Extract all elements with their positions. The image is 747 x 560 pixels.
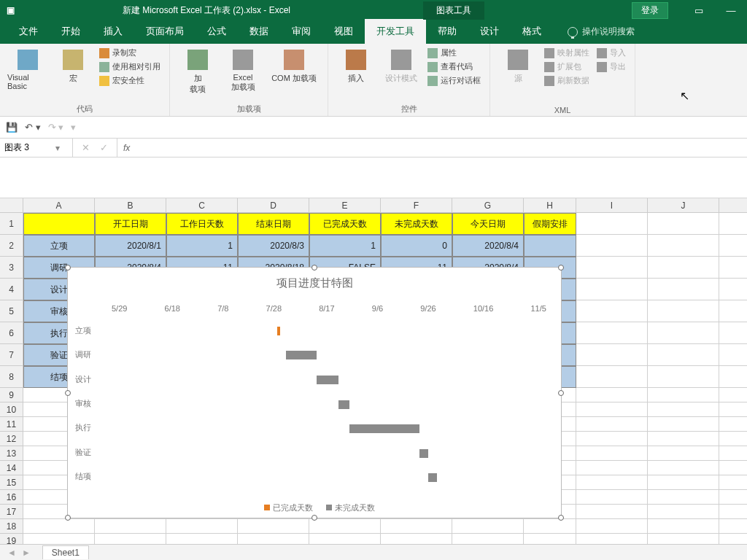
- cell[interactable]: [309, 534, 381, 544]
- chart-handle[interactable]: [558, 390, 564, 396]
- run-dialog-button[interactable]: 运行对话框: [426, 74, 482, 87]
- macro-security-button[interactable]: 宏安全性: [98, 74, 162, 87]
- chart-legend[interactable]: 已完成天数 未完成天数: [68, 502, 561, 513]
- row-header[interactable]: 10: [0, 402, 23, 417]
- cell[interactable]: [648, 461, 719, 475]
- cell[interactable]: [719, 490, 747, 505]
- cell[interactable]: [381, 534, 452, 544]
- row-header[interactable]: 11: [0, 417, 23, 432]
- col-header[interactable]: K: [719, 198, 747, 213]
- cell[interactable]: 未完成天数: [381, 213, 452, 235]
- chart-bar[interactable]: [317, 376, 338, 384]
- cell[interactable]: [648, 432, 719, 446]
- chart-handle[interactable]: [311, 515, 317, 521]
- cell[interactable]: [524, 235, 576, 257]
- cell[interactable]: [648, 344, 719, 366]
- cell[interactable]: [719, 322, 747, 344]
- cell[interactable]: [576, 235, 648, 257]
- cell[interactable]: [648, 300, 719, 322]
- cell[interactable]: [719, 475, 747, 490]
- select-all-corner[interactable]: [0, 198, 23, 213]
- row-header[interactable]: 3: [0, 257, 23, 279]
- cell[interactable]: [648, 235, 719, 257]
- row-header[interactable]: 13: [0, 446, 23, 461]
- chart-bar[interactable]: [286, 351, 317, 359]
- cell[interactable]: [719, 461, 747, 475]
- cell[interactable]: [648, 213, 719, 235]
- qat-more[interactable]: ▾: [71, 122, 76, 133]
- cell[interactable]: [576, 490, 648, 505]
- cell[interactable]: 2020/8/4: [452, 235, 524, 257]
- sheet-nav[interactable]: ◄►: [0, 548, 38, 558]
- worksheet-grid[interactable]: ABCDEFGHIJK 1234567891011121314151617181…: [0, 198, 747, 544]
- chart-handle[interactable]: [65, 265, 71, 271]
- tab-help[interactable]: 帮助: [426, 19, 468, 44]
- cell[interactable]: [576, 213, 648, 235]
- cell[interactable]: [576, 534, 648, 544]
- col-header[interactable]: A: [23, 198, 95, 213]
- map-props-button[interactable]: 映射属性: [543, 47, 591, 59]
- row-header[interactable]: 5: [0, 300, 23, 322]
- chart-bar[interactable]: [338, 400, 349, 409]
- row-header[interactable]: 15: [0, 475, 23, 490]
- cell[interactable]: [524, 534, 576, 544]
- chart-handle[interactable]: [558, 265, 564, 271]
- cell[interactable]: [524, 519, 576, 534]
- cell[interactable]: [648, 279, 719, 300]
- cell[interactable]: [719, 213, 747, 235]
- tab-developer[interactable]: 开发工具: [365, 19, 426, 44]
- chart-handle[interactable]: [65, 390, 71, 396]
- cell[interactable]: [719, 534, 747, 544]
- save-button[interactable]: 💾: [6, 122, 18, 133]
- cell[interactable]: 1: [309, 235, 381, 257]
- visual-basic-button[interactable]: Visual Basic: [7, 47, 48, 90]
- cell[interactable]: 0: [381, 235, 452, 257]
- tab-insert[interactable]: 插入: [92, 19, 134, 44]
- col-header[interactable]: C: [166, 198, 238, 213]
- row-header[interactable]: 17: [0, 505, 23, 519]
- cell[interactable]: 立项: [23, 235, 95, 257]
- cell[interactable]: [23, 519, 95, 534]
- chart-bar[interactable]: [349, 424, 419, 433]
- cell[interactable]: [648, 257, 719, 279]
- com-addins-button[interactable]: COM 加载项: [268, 47, 320, 84]
- tell-me[interactable]: 操作说明搜索: [560, 20, 642, 44]
- properties-button[interactable]: 属性: [426, 47, 482, 59]
- login-button[interactable]: 登录: [632, 2, 668, 19]
- cell[interactable]: [576, 366, 648, 388]
- tab-file[interactable]: 文件: [7, 19, 50, 44]
- chart-handle[interactable]: [558, 515, 564, 521]
- col-header[interactable]: H: [524, 198, 576, 213]
- cell[interactable]: [719, 279, 747, 300]
- gantt-chart[interactable]: 项目进度甘特图 5/296/187/87/288/179/69/2610/161…: [67, 267, 562, 518]
- cell[interactable]: [238, 534, 309, 544]
- row-header[interactable]: 4: [0, 279, 23, 300]
- addins-button[interactable]: 加 载项: [177, 47, 218, 95]
- col-header[interactable]: I: [576, 198, 648, 213]
- view-code-button[interactable]: 查看代码: [426, 61, 482, 73]
- cell[interactable]: [648, 322, 719, 344]
- tab-review[interactable]: 审阅: [280, 19, 322, 44]
- tab-home[interactable]: 开始: [50, 19, 92, 44]
- cell[interactable]: [719, 446, 747, 461]
- relative-ref-button[interactable]: 使用相对引用: [98, 61, 162, 73]
- chart-handle[interactable]: [311, 265, 317, 271]
- undo-button[interactable]: ↶ ▾: [25, 122, 41, 133]
- tab-view[interactable]: 视图: [322, 19, 365, 44]
- cell[interactable]: [576, 388, 648, 402]
- column-headers[interactable]: ABCDEFGHIJK: [23, 198, 747, 213]
- cell[interactable]: [576, 461, 648, 475]
- cell[interactable]: [719, 388, 747, 402]
- row-header[interactable]: 14: [0, 461, 23, 475]
- row-header[interactable]: 9: [0, 388, 23, 402]
- col-header[interactable]: F: [381, 198, 452, 213]
- cell[interactable]: [576, 519, 648, 534]
- cell[interactable]: 今天日期: [452, 213, 524, 235]
- import-button[interactable]: 导入: [595, 47, 627, 59]
- chart-bar[interactable]: [419, 449, 428, 458]
- row-header[interactable]: 19: [0, 534, 23, 544]
- cell[interactable]: [576, 344, 648, 366]
- tab-chart-design[interactable]: 设计: [468, 19, 511, 44]
- cell[interactable]: 工作日天数: [166, 213, 238, 235]
- cell[interactable]: [23, 534, 95, 544]
